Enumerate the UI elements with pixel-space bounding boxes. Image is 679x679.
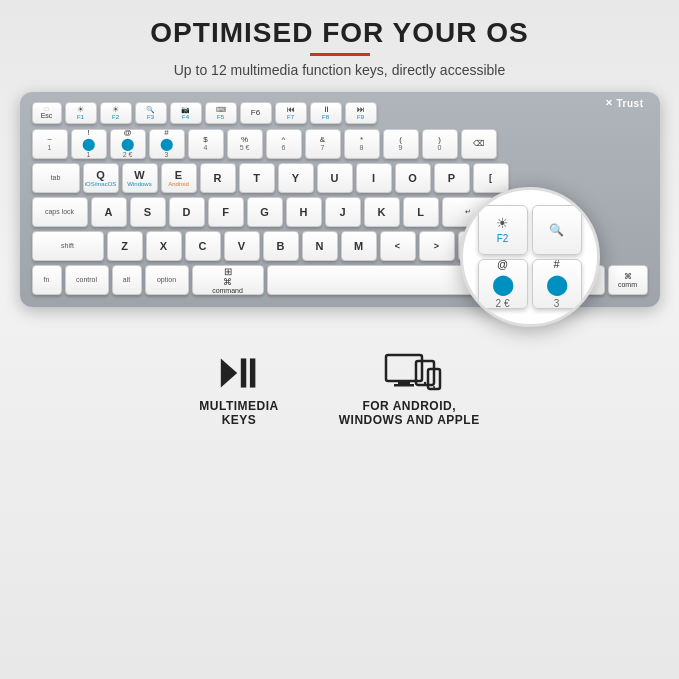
key-p[interactable]: P: [434, 163, 470, 193]
key-q[interactable]: Q iOS/macOS: [83, 163, 119, 193]
svg-rect-2: [250, 358, 255, 387]
key-t[interactable]: T: [239, 163, 275, 193]
magnify-circle: ☀ F2 🔍 @ ⬤ 2 € # ⬤: [460, 187, 600, 327]
key-e[interactable]: E Android: [161, 163, 197, 193]
page-title: OPTIMISED FOR YOUR OS: [150, 18, 528, 49]
keyboard-section: Trust □ Esc ☀ F1 ☀ F2 🔍 F3: [20, 92, 660, 307]
multimedia-keys-icon: [219, 353, 259, 393]
key-c[interactable]: C: [185, 231, 221, 261]
key-b[interactable]: B: [263, 231, 299, 261]
key-f5[interactable]: ⌨ F5: [205, 102, 237, 124]
key-n[interactable]: N: [302, 231, 338, 261]
key-f2[interactable]: ☀ F2: [100, 102, 132, 124]
key-5[interactable]: % 5 €: [227, 129, 263, 159]
number-key-row: ~ 1 ! ⬤ 1 @ ⬤ 2 € # ⬤ 3: [32, 129, 648, 159]
key-i[interactable]: I: [356, 163, 392, 193]
magnify-inner: ☀ F2 🔍 @ ⬤ 2 € # ⬤: [468, 195, 592, 319]
multimedia-keys-label: MULTIMEDIAKEYS: [199, 399, 278, 428]
key-j[interactable]: J: [325, 197, 361, 227]
key-2[interactable]: @ ⬤ 2 €: [110, 129, 146, 159]
key-u[interactable]: U: [317, 163, 353, 193]
key-l[interactable]: L: [403, 197, 439, 227]
key-shift[interactable]: shift: [32, 231, 104, 261]
key-r[interactable]: R: [200, 163, 236, 193]
key-gt[interactable]: >: [419, 231, 455, 261]
svg-marker-0: [221, 358, 237, 387]
magnify-row-1: ☀ F2 🔍: [478, 205, 582, 255]
key-tab[interactable]: tab: [32, 163, 80, 193]
key-caps-lock[interactable]: caps lock: [32, 197, 88, 227]
key-k[interactable]: K: [364, 197, 400, 227]
key-h[interactable]: H: [286, 197, 322, 227]
function-key-row: □ Esc ☀ F1 ☀ F2 🔍 F3 📷 F4: [32, 102, 648, 124]
key-bracket-l[interactable]: [: [473, 163, 509, 193]
key-esc[interactable]: □ Esc: [32, 102, 62, 124]
key-command-r[interactable]: ⌘ comm: [608, 265, 648, 295]
key-control[interactable]: control: [65, 265, 109, 295]
key-v[interactable]: V: [224, 231, 260, 261]
features-row: MULTIMEDIAKEYS FOR ANDROID,WINDOWS AND A…: [20, 353, 659, 428]
key-f1[interactable]: ☀ F1: [65, 102, 97, 124]
key-f[interactable]: F: [208, 197, 244, 227]
magnify-key-search: 🔍: [532, 205, 582, 255]
key-f8[interactable]: ⏸ F8: [310, 102, 342, 124]
key-6[interactable]: ^ 6: [266, 129, 302, 159]
key-m[interactable]: M: [341, 231, 377, 261]
svg-point-7: [424, 382, 426, 384]
page-subtitle: Up to 12 multimedia function keys, direc…: [174, 62, 505, 78]
feature-os-support: FOR ANDROID,WINDOWS AND APPLE: [339, 353, 480, 428]
key-1[interactable]: ! ⬤ 1: [71, 129, 107, 159]
key-command[interactable]: ⊞ ⌘ command: [192, 265, 264, 295]
key-f4[interactable]: 📷 F4: [170, 102, 202, 124]
key-f3[interactable]: 🔍 F3: [135, 102, 167, 124]
svg-rect-5: [394, 384, 414, 387]
key-a[interactable]: A: [91, 197, 127, 227]
key-backspace[interactable]: ⌫: [461, 129, 497, 159]
os-support-label: FOR ANDROID,WINDOWS AND APPLE: [339, 399, 480, 428]
key-x[interactable]: X: [146, 231, 182, 261]
brand-logo: Trust: [605, 98, 643, 109]
magnify-key-hash-bt: # ⬤ 3: [532, 259, 582, 309]
magnify-key-at-bt: @ ⬤ 2 €: [478, 259, 528, 309]
title-underline: [310, 53, 370, 56]
key-0[interactable]: ) 0: [422, 129, 458, 159]
key-g[interactable]: G: [247, 197, 283, 227]
qwerty-row: tab Q iOS/macOS W Windows E Android R T …: [32, 163, 648, 193]
key-f9[interactable]: ⏭ F9: [345, 102, 377, 124]
key-f6[interactable]: F6: [240, 102, 272, 124]
key-option[interactable]: option: [145, 265, 189, 295]
key-lt[interactable]: <: [380, 231, 416, 261]
key-4[interactable]: $ 4: [188, 129, 224, 159]
magnify-row-2: @ ⬤ 2 € # ⬤ 3: [478, 259, 582, 309]
svg-rect-1: [241, 358, 246, 387]
svg-point-9: [433, 386, 435, 388]
key-o[interactable]: O: [395, 163, 431, 193]
key-7[interactable]: & 7: [305, 129, 341, 159]
key-alt[interactable]: alt: [112, 265, 142, 295]
key-tilde[interactable]: ~ 1: [32, 129, 68, 159]
key-9[interactable]: ( 9: [383, 129, 419, 159]
page-wrapper: OPTIMISED FOR YOUR OS Up to 12 multimedi…: [0, 0, 679, 679]
key-y[interactable]: Y: [278, 163, 314, 193]
key-8[interactable]: * 8: [344, 129, 380, 159]
magnify-key-f2: ☀ F2: [478, 205, 528, 255]
svg-rect-4: [398, 381, 410, 384]
devices-icon: [384, 353, 434, 393]
key-3[interactable]: # ⬤ 3: [149, 129, 185, 159]
key-z[interactable]: Z: [107, 231, 143, 261]
key-w[interactable]: W Windows: [122, 163, 158, 193]
key-f7[interactable]: ⏮ F7: [275, 102, 307, 124]
key-fn-modifier[interactable]: fn: [32, 265, 62, 295]
key-s[interactable]: S: [130, 197, 166, 227]
feature-multimedia: MULTIMEDIAKEYS: [199, 353, 278, 428]
key-d[interactable]: D: [169, 197, 205, 227]
